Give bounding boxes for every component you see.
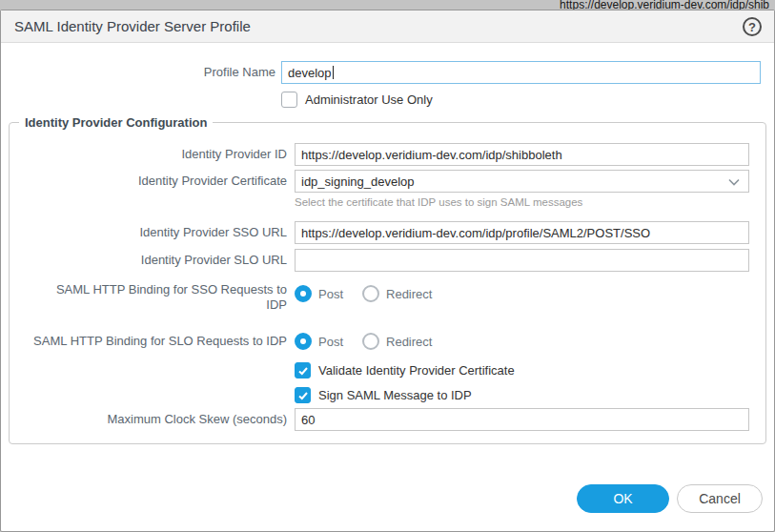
sso-binding-row: SAML HTTP Binding for SSO Requests to ID… xyxy=(1,283,774,316)
dialog-body: Profile Name develop Administrator Use O… xyxy=(1,43,774,532)
sso-binding-redirect-radio[interactable] xyxy=(362,285,379,302)
idp-id-label: Identity Provider ID xyxy=(1,143,287,166)
clock-skew-row: Maximum Clock Skew (seconds) xyxy=(1,408,774,431)
slo-url-row: Identity Provider SLO URL xyxy=(1,249,774,272)
background-page: https://develop.veridium-dev.com/idp/shi… xyxy=(0,0,775,10)
validate-cert-checkbox[interactable] xyxy=(295,362,311,379)
validate-cert-label: Validate Identity Provider Certificate xyxy=(318,363,515,378)
check-icon xyxy=(297,390,309,401)
sso-binding-post-radio[interactable] xyxy=(295,285,312,302)
dialog-header: SAML Identity Provider Server Profile ? xyxy=(1,10,774,43)
sso-binding-options: Post Redirect xyxy=(295,285,451,302)
profile-name-value: develop xyxy=(288,66,332,80)
radio-dot-icon xyxy=(300,338,306,344)
sso-binding-post-label: Post xyxy=(318,287,343,301)
slo-binding-row: SAML HTTP Binding for SLO Requests to ID… xyxy=(1,330,774,353)
background-url-text[interactable]: https://develop.veridium-dev.com/idp/shi… xyxy=(560,0,769,10)
saml-idp-profile-dialog: SAML Identity Provider Server Profile ? … xyxy=(0,10,775,532)
slo-binding-label: SAML HTTP Binding for SLO Requests to ID… xyxy=(1,330,287,353)
idp-certificate-row: Identity Provider Certificate idp_signin… xyxy=(1,170,774,193)
idp-certificate-select[interactable]: idp_signing_develop xyxy=(295,170,749,193)
idp-id-input[interactable] xyxy=(295,143,749,166)
slo-binding-post-radio[interactable] xyxy=(295,333,312,350)
clock-skew-input[interactable] xyxy=(295,408,749,431)
slo-binding-redirect-label: Redirect xyxy=(386,335,432,349)
help-icon[interactable]: ? xyxy=(743,17,762,36)
admin-only-row: Administrator Use Only xyxy=(281,92,433,108)
slo-binding-options: Post Redirect xyxy=(295,333,451,350)
sign-saml-checkbox[interactable] xyxy=(295,387,311,403)
ok-button[interactable]: OK xyxy=(577,484,669,513)
validate-cert-row: Validate Identity Provider Certificate xyxy=(295,362,515,379)
dialog-title: SAML Identity Provider Server Profile xyxy=(14,18,251,34)
sign-saml-row: Sign SAML Message to IDP xyxy=(295,387,472,403)
slo-url-input[interactable] xyxy=(295,249,749,272)
idp-certificate-value: idp_signing_develop xyxy=(301,174,415,189)
admin-only-label: Administrator Use Only xyxy=(305,92,433,107)
idp-id-row: Identity Provider ID xyxy=(1,143,774,166)
sso-url-row: Identity Provider SSO URL xyxy=(1,221,774,244)
sso-url-input[interactable] xyxy=(295,221,749,244)
check-icon xyxy=(297,365,309,377)
idp-certificate-helper: Select the certificate that IDP uses to … xyxy=(295,195,582,209)
chevron-down-icon xyxy=(728,178,740,186)
profile-name-label: Profile Name xyxy=(1,61,275,84)
sign-saml-label: Sign SAML Message to IDP xyxy=(318,388,472,402)
sso-binding-label: SAML HTTP Binding for SSO Requests to ID… xyxy=(39,282,287,313)
admin-only-checkbox[interactable] xyxy=(281,92,297,108)
sso-url-label: Identity Provider SSO URL xyxy=(1,221,287,244)
cancel-button[interactable]: Cancel xyxy=(677,484,763,513)
slo-binding-post-label: Post xyxy=(318,335,343,349)
idp-certificate-label: Identity Provider Certificate xyxy=(1,170,287,193)
clock-skew-label: Maximum Clock Skew (seconds) xyxy=(1,408,287,431)
text-caret xyxy=(333,66,334,79)
sso-binding-redirect-label: Redirect xyxy=(386,287,432,301)
slo-binding-redirect-radio[interactable] xyxy=(362,333,379,350)
idp-configuration-legend: Identity Provider Configuration xyxy=(19,115,213,130)
slo-url-label: Identity Provider SLO URL xyxy=(1,249,287,272)
radio-dot-icon xyxy=(300,291,306,297)
profile-name-input[interactable]: develop xyxy=(281,61,761,84)
